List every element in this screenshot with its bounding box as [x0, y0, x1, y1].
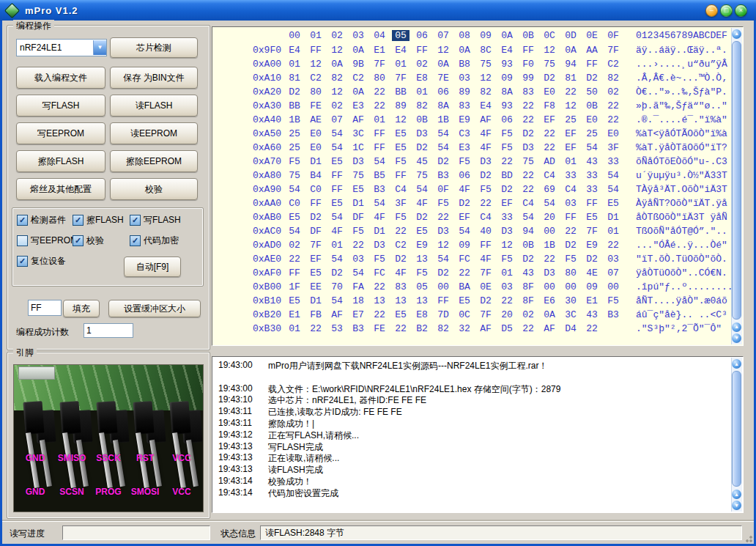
code-encrypt-checkbox[interactable]: ✓代码加密: [130, 235, 179, 247]
hex-byte[interactable]: 80: [562, 268, 579, 278]
hex-byte[interactable]: 4F: [371, 212, 388, 223]
hex-byte[interactable]: 54: [371, 198, 388, 209]
hex-byte[interactable]: E5: [392, 128, 410, 139]
hex-byte[interactable]: 22: [604, 240, 622, 251]
hex-byte[interactable]: E5: [349, 184, 367, 195]
hex-byte[interactable]: 13: [392, 295, 410, 306]
hex-byte[interactable]: 1F: [286, 281, 303, 292]
chip-select-combo[interactable]: nRF24LE1 ▼: [16, 39, 107, 56]
hex-byte[interactable]: 22: [371, 86, 388, 97]
hex-byte[interactable]: D3: [519, 142, 537, 153]
hex-byte[interactable]: 03: [349, 254, 367, 265]
hex-byte[interactable]: 12: [307, 59, 325, 70]
hex-byte[interactable]: B8: [456, 59, 473, 70]
hex-byte[interactable]: AF: [477, 323, 494, 334]
load-file-button[interactable]: 载入编程文件: [16, 67, 105, 89]
hex-byte[interactable]: 7E: [434, 73, 452, 84]
hex-byte[interactable]: 22: [519, 170, 537, 181]
hex-byte[interactable]: 00: [541, 226, 558, 237]
hex-byte[interactable]: D2: [519, 254, 537, 265]
hex-byte[interactable]: E5: [328, 156, 346, 167]
hex-byte[interactable]: B3: [604, 309, 622, 320]
hex-byte[interactable]: F5: [349, 226, 367, 237]
hex-byte[interactable]: D2: [413, 212, 431, 223]
hex-byte[interactable]: 22: [519, 100, 537, 111]
hex-byte[interactable]: E5: [456, 295, 473, 306]
hex-byte[interactable]: 4F: [477, 254, 494, 265]
hex-byte[interactable]: 54: [604, 170, 622, 181]
hex-byte[interactable]: D3: [371, 240, 388, 251]
hex-byte[interactable]: BB: [392, 86, 410, 97]
hex-byte[interactable]: 7F: [477, 309, 494, 320]
resize-grip[interactable]: [744, 534, 752, 542]
hex-byte[interactable]: FE: [307, 100, 325, 111]
hex-byte[interactable]: DF: [307, 226, 325, 237]
hex-byte[interactable]: F5: [498, 254, 516, 265]
hex-scrollbar[interactable]: ▲ ▲ ▼: [731, 28, 742, 344]
hex-byte[interactable]: 00: [434, 281, 452, 292]
hex-byte[interactable]: 22: [392, 226, 410, 237]
erase-eeprom-button[interactable]: 擦除EEPROM: [110, 150, 198, 172]
hex-byte[interactable]: 4E: [583, 268, 601, 278]
hex-byte[interactable]: F5: [498, 128, 516, 139]
hex-byte[interactable]: 01: [328, 240, 346, 251]
hex-byte[interactable]: 99: [519, 73, 537, 84]
hex-byte[interactable]: 54: [328, 295, 346, 306]
hex-byte[interactable]: E5: [392, 309, 410, 320]
hex-byte[interactable]: FF: [519, 45, 537, 56]
hex-byte[interactable]: B3: [349, 323, 367, 334]
minimize-button[interactable]: –: [705, 4, 718, 17]
hex-byte[interactable]: FF: [371, 128, 388, 139]
hex-byte[interactable]: AF: [349, 114, 367, 125]
hex-byte[interactable]: EF: [562, 128, 579, 139]
hex-byte[interactable]: 54: [434, 142, 452, 153]
hex-byte[interactable]: D3: [434, 226, 452, 237]
hex-byte[interactable]: D4: [562, 323, 579, 334]
hex-byte[interactable]: 9B: [349, 59, 367, 70]
hex-byte[interactable]: 02: [604, 86, 622, 97]
hex-byte[interactable]: 22: [562, 226, 579, 237]
hex-byte[interactable]: E5: [392, 142, 410, 153]
hex-ascii[interactable]: TßOõÑ"åÓT@Ó”."..: [636, 226, 727, 237]
hex-byte[interactable]: D2: [477, 170, 494, 181]
hex-ascii[interactable]: .îpú"ƒ..º........: [636, 281, 733, 292]
hex-ascii[interactable]: "ïT.õÒ.TüOõÒ"õÒ.: [636, 254, 727, 265]
hex-byte[interactable]: D2: [434, 268, 452, 278]
hex-byte[interactable]: 22: [604, 100, 622, 111]
hex-byte[interactable]: E6: [541, 295, 558, 306]
hex-byte[interactable]: 82: [434, 323, 452, 334]
hex-byte[interactable]: 20: [498, 309, 516, 320]
hex-byte[interactable]: D2: [541, 73, 558, 84]
hex-byte[interactable]: F5: [413, 268, 431, 278]
hex-byte[interactable]: 22: [541, 254, 558, 265]
hex-ascii[interactable]: .®.¯....é¯."ï%à": [636, 114, 727, 125]
hex-byte[interactable]: 33: [583, 170, 601, 181]
hex-byte[interactable]: 22: [498, 295, 516, 306]
hex-byte[interactable]: EF: [307, 254, 325, 265]
hex-ascii[interactable]: %àT.ÿåÒTãOõÓ"ïT?: [636, 142, 727, 153]
hex-byte[interactable]: 3F: [604, 142, 622, 153]
hex-byte[interactable]: BB: [286, 100, 303, 111]
hex-byte[interactable]: F5: [392, 212, 410, 223]
hex-byte[interactable]: E8: [413, 309, 431, 320]
hex-byte[interactable]: 25: [583, 128, 601, 139]
verify-checkbox[interactable]: ✓校验: [73, 235, 104, 247]
erase-flash-checkbox[interactable]: ✓擦FLASH: [73, 214, 124, 226]
hex-byte[interactable]: 01: [286, 59, 303, 70]
hex-byte[interactable]: 02: [413, 59, 431, 70]
hex-byte[interactable]: 12: [392, 114, 410, 125]
hex-byte[interactable]: 94: [519, 226, 537, 237]
hex-byte[interactable]: E1: [286, 309, 303, 320]
hex-byte[interactable]: AF: [328, 309, 346, 320]
hex-byte[interactable]: 8F: [519, 281, 537, 292]
hex-byte[interactable]: E4: [477, 100, 494, 111]
hex-ascii[interactable]: ."S³þ"²‚2¯Õ"¯Ô": [636, 323, 722, 334]
hex-byte[interactable]: 01: [286, 323, 303, 334]
hex-byte[interactable]: FF: [583, 59, 601, 70]
hex-byte[interactable]: 22: [371, 309, 388, 320]
hex-byte[interactable]: 01: [371, 114, 388, 125]
hex-byte[interactable]: 7D: [434, 309, 452, 320]
scroll-up-icon[interactable]: ▲: [732, 359, 741, 369]
hex-byte[interactable]: 13: [413, 295, 431, 306]
hex-byte[interactable]: 8C: [477, 45, 494, 56]
